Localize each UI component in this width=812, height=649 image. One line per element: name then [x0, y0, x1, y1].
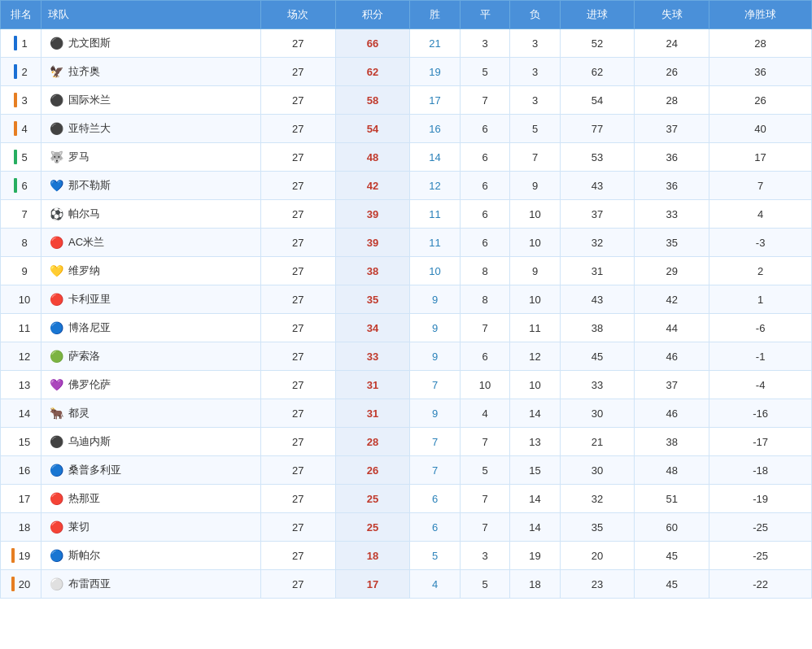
wins-cell: 10	[410, 257, 460, 285]
col-rank: 排名	[1, 1, 41, 29]
team-name: 莱切	[68, 520, 89, 534]
goal-diff-cell: -18	[709, 456, 812, 485]
points-cell: 48	[335, 143, 410, 172]
col-ga: 失球	[635, 1, 709, 29]
goals-against-cell: 44	[635, 314, 709, 342]
goals-for-cell: 20	[560, 542, 635, 570]
team-cell: 🔵斯帕尔	[41, 542, 261, 570]
rank-number: 7	[21, 208, 27, 220]
team-cell: 🔴卡利亚里	[41, 285, 261, 314]
goals-for-cell: 54	[560, 86, 635, 115]
team-cell: 🔴莱切	[41, 513, 261, 542]
team-name: 帕尔马	[68, 207, 100, 221]
col-wins: 胜	[410, 1, 460, 29]
rank-number: 17	[19, 493, 30, 505]
goals-for-cell: 62	[560, 58, 635, 86]
goals-for-cell: 32	[560, 485, 635, 513]
team-cell: 🔴热那亚	[41, 485, 261, 513]
table-header-row: 排名 球队 场次 积分 胜 平 负 进球 失球 净胜球	[1, 1, 812, 29]
played-cell: 27	[260, 143, 335, 172]
team-cell: ⚫国际米兰	[41, 86, 261, 115]
draws-cell: 7	[460, 513, 509, 542]
goal-diff-cell: -1	[709, 342, 812, 371]
rank-number: 20	[19, 578, 30, 590]
team-logo: 🟢	[48, 348, 64, 364]
played-cell: 27	[260, 570, 335, 599]
rank-number: 12	[19, 351, 30, 363]
table-row: 15⚫乌迪内斯272877132138-17	[1, 428, 812, 456]
draws-cell: 6	[460, 115, 509, 143]
team-logo: 💜	[48, 377, 64, 393]
points-cell: 34	[335, 314, 410, 342]
draws-cell: 3	[460, 29, 509, 58]
wins-cell: 14	[410, 143, 460, 172]
wins-cell: 7	[410, 428, 460, 456]
rank-number: 9	[21, 265, 27, 277]
goals-for-cell: 30	[560, 456, 635, 485]
goals-against-cell: 37	[635, 371, 709, 399]
points-cell: 25	[335, 485, 410, 513]
goals-against-cell: 28	[635, 86, 709, 115]
team-logo: 🔴	[48, 291, 64, 307]
losses-cell: 19	[510, 542, 560, 570]
rank-cell: 5	[1, 143, 41, 172]
rank-cell: 3	[1, 86, 41, 115]
points-cell: 38	[335, 257, 410, 285]
played-cell: 27	[260, 399, 335, 428]
team-cell: ⚫尤文图斯	[41, 29, 261, 58]
goal-diff-cell: -25	[709, 542, 812, 570]
played-cell: 27	[260, 172, 335, 200]
goals-against-cell: 26	[635, 58, 709, 86]
goals-for-cell: 45	[560, 342, 635, 371]
played-cell: 27	[260, 115, 335, 143]
team-logo: 🦅	[48, 63, 64, 80]
played-cell: 27	[260, 29, 335, 58]
played-cell: 27	[260, 257, 335, 285]
goals-for-cell: 43	[560, 285, 635, 314]
goals-for-cell: 77	[560, 115, 635, 143]
table-row: 3⚫国际米兰27581773542826	[1, 86, 812, 115]
team-name: 维罗纳	[68, 264, 100, 278]
played-cell: 27	[260, 86, 335, 115]
table-row: 18🔴莱切272567143560-25	[1, 513, 812, 542]
rank-number: 3	[21, 94, 27, 107]
losses-cell: 9	[510, 172, 560, 200]
goals-against-cell: 46	[635, 399, 709, 428]
played-cell: 27	[260, 513, 335, 542]
goals-for-cell: 23	[560, 570, 635, 599]
points-cell: 39	[335, 200, 410, 229]
team-cell: 🐂都灵	[41, 399, 261, 428]
team-cell: 🟢萨索洛	[41, 342, 261, 371]
wins-cell: 9	[410, 342, 460, 371]
losses-cell: 12	[510, 342, 560, 371]
col-draws: 平	[460, 1, 509, 29]
rank-number: 6	[21, 180, 27, 192]
goals-against-cell: 45	[635, 542, 709, 570]
wins-cell: 6	[410, 513, 460, 542]
team-cell: 💛维罗纳	[41, 257, 261, 285]
table-row: 5🐺罗马27481467533617	[1, 143, 812, 172]
goals-for-cell: 31	[560, 257, 635, 285]
team-logo: ⚫	[48, 92, 64, 108]
rank-number: 5	[21, 151, 27, 163]
points-cell: 54	[335, 115, 410, 143]
losses-cell: 13	[510, 428, 560, 456]
rank-cell: 8	[1, 229, 41, 257]
rank-cell: 2	[1, 58, 41, 86]
table-row: 10🔴卡利亚里2735981043421	[1, 285, 812, 314]
losses-cell: 10	[510, 285, 560, 314]
goals-against-cell: 33	[635, 200, 709, 229]
team-name: 那不勒斯	[68, 178, 111, 193]
team-name: 热那亚	[68, 491, 100, 506]
standings-table: 排名 球队 场次 积分 胜 平 负 进球 失球 净胜球 1⚫尤文图斯276621…	[0, 0, 812, 599]
wins-cell: 17	[410, 86, 460, 115]
draws-cell: 7	[460, 314, 509, 342]
goals-against-cell: 45	[635, 570, 709, 599]
rank-number: 14	[19, 407, 30, 420]
table-row: 1⚫尤文图斯27662133522428	[1, 29, 812, 58]
goals-against-cell: 29	[635, 257, 709, 285]
team-logo: 🐂	[48, 405, 64, 421]
rank-number: 1	[21, 37, 27, 50]
col-points: 积分	[335, 1, 410, 29]
losses-cell: 5	[510, 115, 560, 143]
